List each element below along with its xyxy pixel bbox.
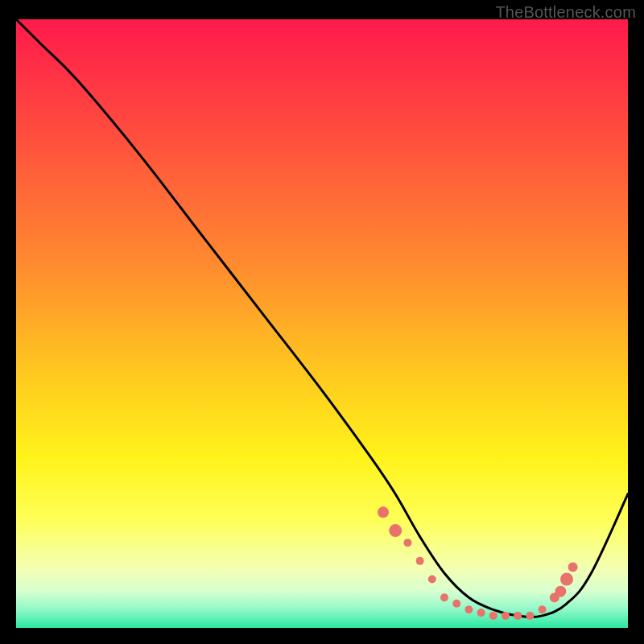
watermark-text: TheBottleneck.com bbox=[495, 3, 636, 22]
scatter-dot bbox=[568, 562, 578, 572]
scatter-dot bbox=[477, 609, 485, 617]
scatter-dot bbox=[440, 593, 448, 601]
bottleneck-chart bbox=[16, 19, 628, 628]
scatter-dot bbox=[555, 586, 566, 597]
scatter-dot bbox=[403, 539, 411, 547]
scatter-dot bbox=[539, 605, 547, 613]
scatter-dot bbox=[464, 605, 473, 613]
scatter-dot bbox=[428, 576, 436, 584]
scatter-dot bbox=[560, 573, 573, 586]
scatter-dot bbox=[452, 600, 460, 608]
scatter-dot bbox=[514, 612, 522, 620]
scatter-dot bbox=[502, 612, 510, 620]
scatter-dot bbox=[526, 612, 534, 620]
chart-background-gradient bbox=[16, 19, 628, 628]
scatter-dot bbox=[389, 524, 402, 537]
scatter-dot bbox=[378, 506, 389, 518]
scatter-dot bbox=[416, 557, 424, 565]
scatter-dot bbox=[489, 612, 497, 620]
chart-plot-area bbox=[16, 19, 628, 628]
